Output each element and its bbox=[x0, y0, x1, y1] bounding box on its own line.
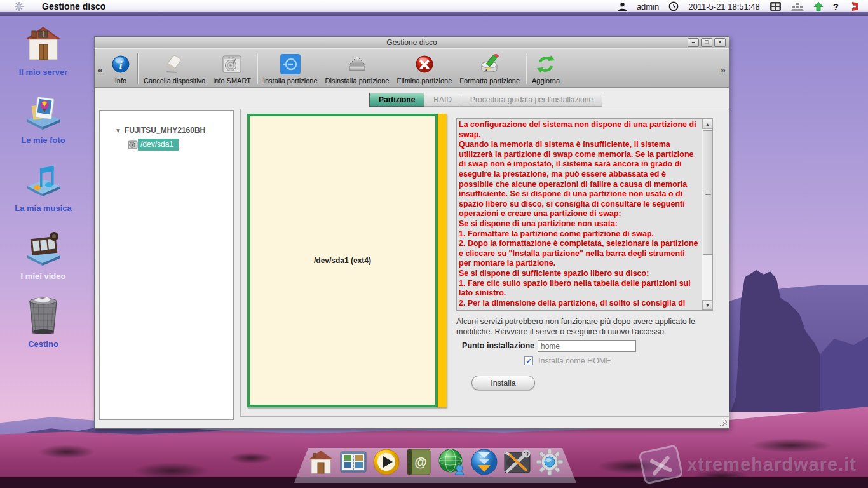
minimize-button[interactable]: – bbox=[688, 38, 699, 47]
selected-tool-highlight bbox=[280, 54, 301, 74]
services-warning-text: Alcuni servizi potrebbero non funzionare… bbox=[456, 316, 718, 337]
tree-expand-icon[interactable]: ▼ bbox=[115, 127, 121, 134]
info-icon: i bbox=[110, 53, 132, 75]
dock-network-icon[interactable] bbox=[438, 447, 466, 477]
videos-icon bbox=[24, 228, 63, 268]
shortcut-my-photos[interactable]: Le mie foto bbox=[0, 92, 86, 145]
desktop: Gestione disco admin 2011-5-21 18:51:48 bbox=[0, 0, 868, 488]
background-shrub bbox=[229, 452, 273, 464]
trash-icon bbox=[24, 296, 63, 336]
watermark: xtremehardware.it bbox=[641, 448, 857, 481]
workgroup-icon[interactable] bbox=[791, 2, 804, 11]
tree-device-row[interactable]: ▼ FUJITSU_MHY2160BH bbox=[115, 126, 233, 135]
home-checkbox-row[interactable]: Installa come HOME bbox=[524, 356, 611, 365]
tab-bar: Partizione RAID Procedura guidata per l'… bbox=[369, 93, 602, 107]
scrollbar-grip bbox=[705, 191, 711, 196]
tree-partition-row[interactable]: /dev/sda1 bbox=[128, 139, 233, 151]
free-space-block[interactable] bbox=[438, 114, 447, 407]
toolbar-format-partition[interactable]: Formatta partizione bbox=[456, 50, 524, 87]
user-icon bbox=[618, 2, 627, 11]
dock-home-icon[interactable] bbox=[307, 447, 335, 477]
home-checkbox-label: Installa come HOME bbox=[538, 356, 611, 365]
toolbar-separator bbox=[257, 53, 257, 84]
toolbar-delete-partition[interactable]: Elimina partizione bbox=[393, 50, 456, 87]
tab-installation-wizard[interactable]: Procedura guidata per l'installazione bbox=[461, 93, 602, 107]
toolbar-unmount-partition[interactable]: Disinstalla partizione bbox=[322, 50, 393, 87]
dock: @ bbox=[307, 446, 564, 478]
music-icon bbox=[24, 160, 63, 200]
system-topbar: Gestione disco admin 2011-5-21 18:51:48 bbox=[0, 0, 868, 16]
scrollbar-thumb[interactable] bbox=[703, 130, 712, 255]
svg-text:i: i bbox=[119, 59, 123, 71]
window-resize-grip[interactable] bbox=[718, 417, 727, 426]
scroll-up-icon[interactable]: ▲ bbox=[702, 119, 713, 129]
mount-point-input[interactable] bbox=[538, 340, 636, 352]
install-button[interactable]: Installa bbox=[471, 376, 535, 390]
background-shrub bbox=[133, 463, 210, 479]
tab-raid[interactable]: RAID bbox=[424, 93, 461, 107]
toolbar-scroll-right-icon[interactable]: » bbox=[717, 53, 729, 87]
toolbar-smart-info[interactable]: Info SMART bbox=[209, 50, 255, 87]
notice-scrollbar[interactable]: ▲ ▼ bbox=[702, 119, 712, 310]
partition-main-panel: /dev/sda1 (ext4) La configurazione del s… bbox=[240, 109, 729, 417]
shortcut-label: Cestino bbox=[28, 339, 58, 349]
disk-icon bbox=[128, 140, 138, 149]
watermark-logo-icon bbox=[638, 444, 683, 485]
mount-partition-icon bbox=[280, 53, 301, 75]
logout-icon[interactable] bbox=[848, 1, 859, 11]
refresh-icon bbox=[535, 53, 557, 75]
toolbar-info[interactable]: i Info bbox=[106, 50, 135, 87]
system-datetime: 2011-5-21 18:51:48 bbox=[688, 2, 760, 11]
watermark-text: xtremehardware.it bbox=[687, 454, 857, 475]
system-app-title: Gestione disco bbox=[42, 1, 105, 11]
tree-device-name: FUJITSU_MHY2160BH bbox=[125, 126, 205, 135]
home-checkbox[interactable] bbox=[524, 356, 533, 365]
window-toolbar: « i Info Cancella dispositivo Info SMART bbox=[95, 49, 729, 88]
tab-partizione[interactable]: Partizione bbox=[369, 93, 424, 107]
maximize-button[interactable]: □ bbox=[701, 38, 712, 47]
shortcut-my-server[interactable]: Il mio server bbox=[0, 24, 86, 77]
format-icon bbox=[479, 53, 501, 75]
toolbar-mount-partition[interactable]: Installa partizione bbox=[259, 50, 322, 87]
clock-icon bbox=[668, 1, 679, 11]
logged-in-user[interactable]: admin bbox=[637, 2, 659, 11]
dock-utilities-icon[interactable] bbox=[503, 447, 531, 477]
scroll-down-icon[interactable]: ▼ bbox=[702, 300, 713, 310]
tree-partition-name: /dev/sda1 bbox=[138, 139, 179, 151]
photos-icon bbox=[24, 92, 63, 132]
system-logo-icon bbox=[14, 1, 24, 11]
shortcut-label: Le mie foto bbox=[21, 135, 65, 145]
device-tree-panel: ▼ FUJITSU_MHY2160BH /dev/sda1 bbox=[99, 110, 234, 420]
smart-disk-icon bbox=[221, 53, 243, 75]
desktop-shortcuts: Il mio server Le mie foto La mia musica … bbox=[0, 24, 86, 364]
swap-notice-text: La configurazione del sistema non dispon… bbox=[459, 120, 699, 308]
toolbar-erase-device[interactable]: Cancella dispositivo bbox=[140, 50, 209, 87]
app-grid-icon[interactable] bbox=[770, 1, 782, 11]
eraser-icon bbox=[164, 53, 186, 75]
window-title: Gestione disco bbox=[386, 38, 437, 47]
mount-point-label: Punto installazione bbox=[368, 341, 534, 350]
toolbar-scroll-left-icon[interactable]: « bbox=[95, 53, 106, 87]
delete-icon bbox=[414, 53, 435, 75]
partition-block-label: /dev/sda1 (ext4) bbox=[250, 256, 435, 265]
dock-settings-icon[interactable] bbox=[536, 447, 564, 477]
shortcut-trash[interactable]: Cestino bbox=[0, 296, 86, 349]
shortcut-my-music[interactable]: La mia musica bbox=[0, 160, 86, 213]
toolbar-refresh[interactable]: Aggiorna bbox=[528, 50, 564, 87]
help-icon[interactable]: ? bbox=[833, 1, 839, 12]
toolbar-separator bbox=[526, 53, 526, 84]
partition-block[interactable]: /dev/sda1 (ext4) bbox=[247, 114, 438, 407]
mount-point-row: Punto installazione bbox=[241, 340, 730, 353]
dock-photo-album-icon[interactable] bbox=[339, 447, 367, 477]
dock-download-icon[interactable] bbox=[470, 447, 498, 477]
shortcut-label: Il mio server bbox=[19, 67, 68, 77]
shortcut-label: I miei video bbox=[21, 271, 66, 281]
dock-contacts-icon[interactable]: @ bbox=[405, 447, 433, 477]
shortcut-label: La mia musica bbox=[15, 203, 72, 213]
upload-arrow-icon[interactable] bbox=[813, 1, 824, 11]
shortcut-my-videos[interactable]: I miei video bbox=[0, 228, 86, 281]
close-button[interactable]: × bbox=[714, 38, 726, 47]
dock-media-player-icon[interactable] bbox=[372, 447, 400, 477]
disk-management-window: Gestione disco – □ × « i Info Cancella d… bbox=[94, 36, 729, 429]
window-titlebar[interactable]: Gestione disco – □ × bbox=[95, 37, 729, 48]
